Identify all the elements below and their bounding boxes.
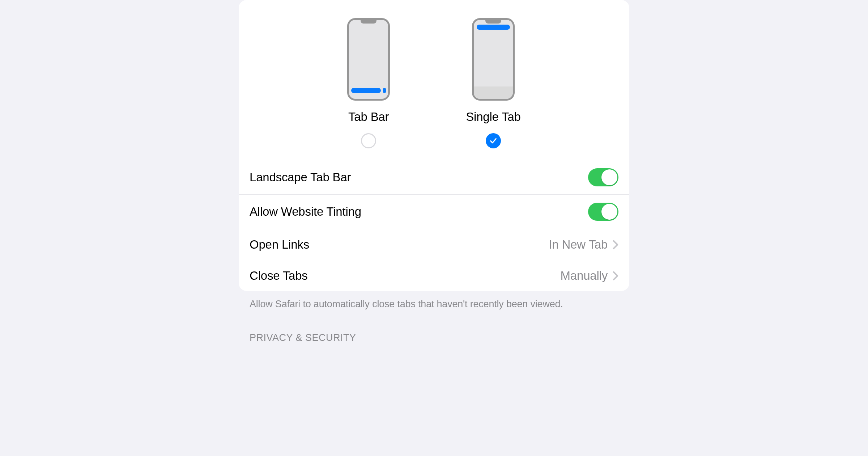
chevron-right-icon: [613, 240, 618, 249]
allow-website-tinting-switch[interactable]: [588, 203, 618, 221]
allow-website-tinting-label: Allow Website Tinting: [250, 205, 588, 219]
landscape-tab-bar-switch[interactable]: [588, 168, 618, 186]
open-links-label: Open Links: [250, 238, 549, 252]
phone-single-tab-icon: [472, 18, 515, 101]
tab-bar-option[interactable]: Tab Bar: [347, 18, 390, 148]
phone-tab-bar-icon: [347, 18, 390, 101]
tab-bar-radio[interactable]: [361, 133, 376, 148]
tab-layout-picker: Tab Bar Single Tab: [239, 0, 629, 160]
tabs-settings-card: Tab Bar Single Tab Landscape Tab Bar: [239, 0, 629, 291]
single-tab-radio[interactable]: [486, 133, 501, 148]
close-tabs-value: Manually: [561, 269, 608, 283]
close-tabs-row[interactable]: Close Tabs Manually: [239, 260, 629, 291]
landscape-tab-bar-row: Landscape Tab Bar: [239, 160, 629, 194]
allow-website-tinting-row: Allow Website Tinting: [239, 194, 629, 229]
close-tabs-footer: Allow Safari to automatically close tabs…: [239, 291, 629, 311]
tab-bar-label: Tab Bar: [348, 110, 389, 124]
close-tabs-label: Close Tabs: [250, 269, 561, 283]
chevron-right-icon: [613, 271, 618, 280]
single-tab-label: Single Tab: [466, 110, 521, 124]
open-links-value: In New Tab: [549, 238, 608, 252]
privacy-security-header: PRIVACY & SECURITY: [239, 311, 629, 343]
open-links-row[interactable]: Open Links In New Tab: [239, 229, 629, 260]
landscape-tab-bar-label: Landscape Tab Bar: [250, 170, 588, 184]
single-tab-option[interactable]: Single Tab: [466, 18, 521, 148]
